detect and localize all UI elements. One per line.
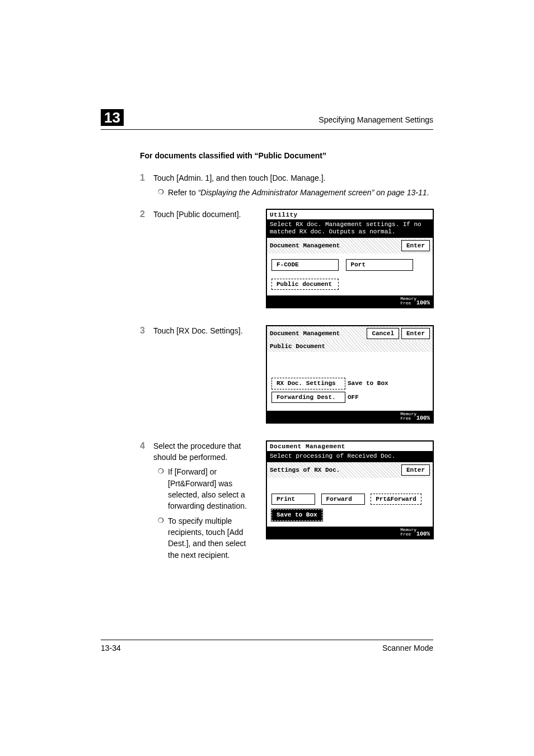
forwarding-dest-button[interactable]: Forwarding Dest. (271, 392, 345, 403)
section-title: For documents classified with “Public Do… (140, 151, 433, 160)
rx-doc-value: Save to Box (345, 380, 388, 387)
step-4-row: 4 Select the procedure that should be pe… (140, 440, 433, 561)
step-number: 2 (140, 209, 153, 219)
page-number: 13-34 (101, 644, 121, 652)
cancel-button[interactable]: Cancel (367, 328, 399, 339)
screen-title: Utility (267, 210, 433, 219)
step-number: 4 (140, 440, 153, 451)
memory-footer: MemoryFree100% (267, 411, 433, 422)
step-subtext: To specify multiple recipients, touch [A… (168, 515, 256, 561)
chapter-number: 13 (101, 109, 124, 126)
memory-footer: MemoryFree100% (267, 527, 433, 538)
forward-button[interactable]: Forward (321, 494, 365, 505)
screen-message: Select processing of Received Doc. (267, 451, 433, 462)
print-button[interactable]: Print (271, 494, 315, 505)
bullet-icon: ❍ (158, 466, 168, 476)
step-number: 3 (140, 325, 153, 336)
screen-rx-settings: Document Management Select processing of… (266, 440, 434, 539)
bullet-icon: ❍ (158, 515, 168, 525)
step-subtext: If [Forward] or [Prt&Forward] was select… (168, 466, 256, 511)
step-text: Touch [RX Doc. Settings]. (153, 325, 256, 336)
fcode-button[interactable]: F-CODE (271, 259, 339, 270)
rx-doc-settings-button[interactable]: RX Doc. Settings (271, 378, 345, 389)
running-head: 13 Specifying Management Settings (101, 109, 433, 130)
screen-doc-management: Document Management Cancel Enter Public … (266, 325, 434, 424)
step-number: 1 (140, 172, 153, 183)
step-subtext: Refer to “Displaying the Administrator M… (168, 187, 433, 198)
forwarding-dest-value: OFF (345, 394, 359, 401)
step-text: Select the procedure that should be perf… (153, 440, 256, 463)
step-3-row: 3 Touch [RX Doc. Settings]. Document Man… (140, 325, 433, 424)
save-to-box-button[interactable]: Save to Box (271, 509, 322, 520)
subheading: Public Document (270, 343, 430, 350)
bullet-icon: ❍ (158, 187, 168, 197)
public-document-button[interactable]: Public document (271, 279, 339, 290)
prt-forward-button[interactable]: Prt&Forward (371, 494, 421, 505)
screen-message: Select RX doc. Management settings. If n… (267, 219, 433, 238)
memory-footer: MemoryFree100% (267, 295, 433, 307)
screen-title: Document Management (270, 330, 340, 337)
step-2-row: 2 Touch [Public document]. Utility Selec… (140, 209, 433, 308)
band-label: Settings of RX Doc. (270, 467, 401, 473)
footer-mode: Scanner Mode (121, 644, 433, 652)
page-footer: 13-34 Scanner Mode (101, 640, 433, 652)
band-label: Document Management (270, 242, 401, 249)
screen-utility: Utility Select RX doc. Management settin… (266, 209, 434, 308)
enter-button[interactable]: Enter (401, 328, 430, 339)
enter-button[interactable]: Enter (401, 464, 430, 476)
enter-button[interactable]: Enter (401, 240, 430, 251)
step-text: Touch [Admin. 1], and then touch [Doc. M… (153, 172, 433, 184)
screen-title: Document Management (267, 442, 433, 451)
step-text: Touch [Public document]. (153, 209, 256, 220)
step-1: 1 Touch [Admin. 1], and then touch [Doc.… (140, 172, 433, 199)
port-button[interactable]: Port (346, 259, 413, 270)
section-name: Specifying Management Settings (125, 115, 433, 124)
